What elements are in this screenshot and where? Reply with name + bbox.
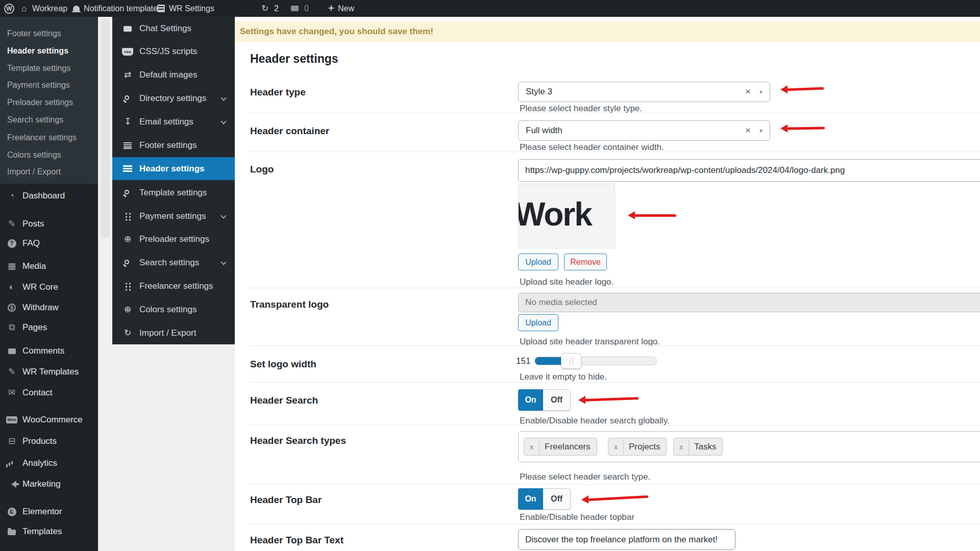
nav-item-directory-settings[interactable]: Directory settings: [112, 91, 235, 106]
wordpress-logo-icon[interactable]: W: [4, 0, 14, 17]
header-container-select[interactable]: Full width × ▼: [518, 120, 770, 141]
chevron-down-icon[interactable]: ▼: [758, 83, 764, 102]
globe-icon: ⊕: [121, 303, 134, 317]
logo-upload-button[interactable]: Upload: [518, 254, 558, 270]
nav-item-default-images[interactable]: ⇄Default images: [112, 68, 235, 82]
tag-projects: xProjects: [608, 438, 667, 456]
sidebar-item-products[interactable]: ⊟Products: [0, 435, 98, 448]
header-search-types-label: Header Search types: [250, 435, 346, 446]
sidebar-item-comments[interactable]: Comments: [0, 344, 98, 358]
sidebar-item-faq[interactable]: ?FAQ: [0, 237, 98, 250]
bar-chart-icon: [6, 457, 18, 470]
submenu-import-export[interactable]: Import / Export: [7, 165, 61, 179]
submenu-freelancer-settings[interactable]: Freelancer settings: [7, 131, 77, 144]
comments-icon[interactable]: [291, 0, 299, 17]
sidebar-item-posts[interactable]: ✎Posts: [0, 217, 98, 231]
globe-icon: ⊕: [121, 232, 134, 246]
sidebar-item-wr-templates[interactable]: ✎WR Templates: [0, 365, 98, 379]
clear-icon[interactable]: ×: [746, 82, 750, 102]
sidebar-item-marketing[interactable]: Marketing: [0, 478, 98, 491]
plus-icon[interactable]: +: [328, 0, 334, 17]
annotation-arrow: [634, 214, 676, 217]
nav-item-template-settings[interactable]: Template settings: [112, 186, 235, 200]
nav-item-header-settings[interactable]: Header settings: [112, 157, 235, 180]
sidebar-item-wr-core[interactable]: ◐WR Core: [0, 281, 98, 294]
adminbar-notification-templates[interactable]: Notification templates: [84, 0, 162, 17]
page-title: Header settings: [250, 52, 338, 66]
row-divider: [249, 425, 980, 425]
comments-count[interactable]: 0: [304, 0, 309, 17]
toggle-on-button[interactable]: On: [518, 389, 543, 411]
pages-icon: ⧉: [6, 321, 18, 334]
header-search-types-field[interactable]: xFreelancers xProjects xTasks: [518, 431, 980, 462]
sidebar-item-woocommerce[interactable]: WooWooCommerce: [0, 413, 98, 427]
updates-icon[interactable]: ↻: [261, 0, 268, 17]
header-search-types-hint: Please select header search type.: [520, 472, 650, 482]
adminbar-wr-settings[interactable]: WR Settings: [169, 0, 214, 17]
chevron-down-icon[interactable]: ▼: [758, 121, 764, 141]
logo-remove-button[interactable]: Remove: [564, 254, 607, 270]
chevron-down-icon: [220, 95, 226, 101]
sidebar-item-elementor[interactable]: EElementor: [0, 505, 98, 518]
tag-freelancers: xFreelancers: [524, 438, 597, 456]
home-icon[interactable]: ⌂: [21, 0, 27, 17]
shuffle-icon: ⇄: [121, 68, 134, 82]
remove-tag-icon[interactable]: x: [674, 439, 689, 456]
transparent-logo-input[interactable]: [518, 293, 980, 312]
nav-item-import-export[interactable]: ↻Import / Export: [112, 326, 235, 340]
sidebar-scrollbar[interactable]: [98, 17, 112, 551]
nav-item-chat-settings[interactable]: Chat Settings: [112, 21, 235, 36]
scrollbar-thumb[interactable]: [101, 19, 110, 238]
toggle-on-button[interactable]: On: [518, 488, 543, 510]
slider-handle[interactable]: [561, 353, 581, 369]
nav-item-footer-settings[interactable]: Footer settings: [112, 138, 235, 153]
clear-icon[interactable]: ×: [746, 121, 750, 140]
comment-icon: [6, 344, 18, 358]
submenu-header-settings[interactable]: Header settings: [7, 44, 68, 58]
header-top-bar-text-input[interactable]: [518, 529, 736, 550]
adminbar-site-name[interactable]: Workreap: [32, 0, 67, 17]
bell-icon[interactable]: [73, 0, 80, 17]
woo-icon: Woo: [6, 413, 18, 427]
nav-item-freelancer-settings[interactable]: Freelancer settings: [112, 279, 235, 293]
envelope-icon: ✉: [6, 386, 18, 399]
sidebar-item-templates[interactable]: Templates: [0, 525, 98, 538]
css-badge-icon: css: [121, 44, 134, 59]
nav-item-email-settings[interactable]: ↧Email settings: [112, 115, 235, 129]
remove-tag-icon[interactable]: x: [608, 439, 624, 456]
submenu-search-settings[interactable]: Search settings: [7, 113, 63, 127]
logo-width-slider[interactable]: [534, 357, 657, 365]
updates-count[interactable]: 2: [274, 0, 279, 17]
toggle-off-button[interactable]: Off: [543, 488, 571, 510]
logo-url-input[interactable]: [518, 159, 980, 182]
adminbar-new[interactable]: New: [338, 0, 354, 17]
nav-item-preloader-settings[interactable]: ⊕Preloader settings: [112, 232, 235, 246]
nav-item-colors-settings[interactable]: ⊕Colors settings: [112, 303, 235, 317]
transparent-logo-upload-button[interactable]: Upload: [518, 314, 558, 331]
grid-dots-icon: [121, 279, 134, 293]
chevron-down-icon: [220, 259, 226, 265]
sidebar-item-contact[interactable]: ✉Contact: [0, 386, 98, 399]
submenu-template-settings[interactable]: Template settings: [7, 62, 71, 75]
annotation-arrow: [787, 127, 825, 130]
nav-item-search-settings[interactable]: Search settings: [112, 256, 235, 270]
remove-tag-icon[interactable]: x: [524, 439, 540, 456]
nav-item-payment-settings[interactable]: Payment settings: [112, 209, 235, 223]
logo-width-label: Set logo width: [250, 359, 316, 370]
sliders-icon[interactable]: [157, 0, 165, 17]
toggle-off-button[interactable]: Off: [543, 389, 571, 411]
sidebar-item-analytics[interactable]: Analytics: [0, 457, 98, 470]
sidebar-item-media[interactable]: ▦Media: [0, 260, 98, 273]
header-type-select[interactable]: Style 3 × ▼: [518, 82, 770, 102]
submenu-footer-settings[interactable]: Footer settings: [7, 27, 61, 40]
sidebar-item-dashboard[interactable]: ◔Dashboard: [0, 189, 98, 203]
settings-nav-background: [112, 344, 235, 551]
submenu-colors-settings[interactable]: Colors settings: [7, 148, 61, 162]
pin-icon: ✎: [6, 217, 18, 231]
sidebar-item-withdraw[interactable]: $Withdraw: [0, 301, 98, 314]
submenu-preloader-settings[interactable]: Preloader settings: [7, 96, 73, 109]
sidebar-item-pages[interactable]: ⧉Pages: [0, 321, 98, 334]
submenu-payment-settings[interactable]: Payment settings: [7, 79, 70, 92]
nav-item-css-js-scripts[interactable]: cssCSS/JS scripts: [112, 44, 235, 59]
archive-icon: ⊟: [6, 435, 18, 448]
